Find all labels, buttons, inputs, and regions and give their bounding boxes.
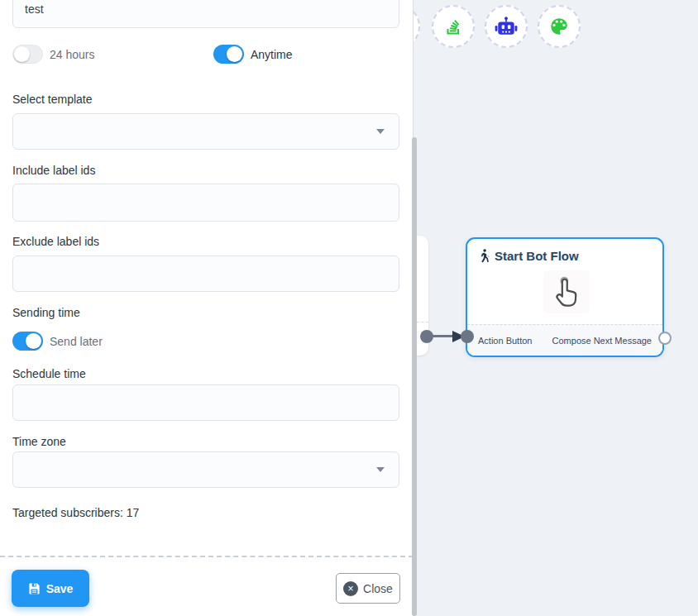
anytime-toggle[interactable]: [213, 45, 244, 64]
campaign-name-input[interactable]: [12, 0, 399, 28]
source-output-port[interactable]: [420, 330, 433, 343]
node-footer: Action Button Compose Next Message: [467, 324, 662, 356]
toolbar-item-bot[interactable]: [485, 5, 528, 48]
circle-x-icon: ×: [343, 581, 358, 596]
template-select[interactable]: [12, 113, 399, 150]
chevron-down-icon: [376, 467, 385, 472]
anytime-label: Anytime: [251, 48, 293, 61]
flow-canvas[interactable]: Start Bot Flow Action Button Compose Nex…: [414, 0, 698, 616]
time-zone-label: Time zone: [12, 435, 66, 448]
walking-person-icon: [479, 249, 490, 263]
exclude-label-ids-input[interactable]: [12, 255, 399, 292]
node-header: Start Bot Flow: [479, 249, 579, 263]
24-hours-label: 24 hours: [50, 48, 94, 61]
time-zone-select[interactable]: [12, 451, 399, 488]
targeted-subscribers-value: 17: [127, 506, 140, 519]
node-output-port[interactable]: [658, 332, 672, 345]
node-footer-action-button-label[interactable]: Action Button: [478, 336, 532, 346]
targeted-subscribers-label: Targeted subscribers:: [12, 506, 123, 519]
toolbar-item-stack[interactable]: [432, 5, 475, 48]
include-label-ids-label: Include label ids: [12, 164, 95, 177]
schedule-time-input[interactable]: [12, 384, 399, 421]
node-title: Start Bot Flow: [495, 249, 579, 263]
send-later-toggle[interactable]: [12, 332, 43, 351]
toggle-knob: [26, 333, 41, 349]
palette-icon: [548, 16, 570, 37]
robot-icon: [495, 17, 518, 36]
save-button[interactable]: Save: [12, 570, 89, 607]
toggle-knob: [227, 46, 242, 62]
start-bot-flow-node[interactable]: Start Bot Flow Action Button Compose Nex…: [466, 237, 664, 357]
bot-flow-builder: 24 hours Anytime Select template Include…: [0, 0, 698, 616]
toolbar-item-theme[interactable]: [538, 5, 581, 48]
node-input-port[interactable]: [461, 330, 474, 343]
sending-time-label: Sending time: [12, 306, 80, 319]
schedule-time-label: Schedule time: [12, 367, 86, 380]
floppy-icon: [28, 582, 41, 595]
save-button-label: Save: [46, 582, 74, 595]
toolbar-item-hidden[interactable]: [414, 5, 420, 48]
close-button-label: Close: [363, 582, 393, 595]
send-later-label: Send later: [50, 335, 103, 348]
hand-cursor-icon: [552, 275, 581, 308]
source-node-footer-divider: [417, 322, 428, 322]
node-footer-compose-label[interactable]: Compose Next Message: [552, 336, 652, 346]
exclude-label-ids-label: Exclude label ids: [12, 235, 99, 248]
campaign-settings-panel: 24 hours Anytime Select template Include…: [0, 0, 414, 616]
select-template-label: Select template: [12, 93, 93, 106]
panel-scrollbar[interactable]: [412, 137, 417, 616]
24-hours-toggle[interactable]: [12, 45, 43, 64]
toggle-knob: [14, 46, 30, 62]
chevron-down-icon: [376, 129, 385, 134]
include-label-ids-input[interactable]: [12, 184, 399, 222]
node-thumbnail: [543, 270, 590, 313]
close-button[interactable]: × Close: [336, 573, 400, 604]
targeted-subscribers-text: Targeted subscribers: 17: [12, 506, 139, 519]
stack-icon: [442, 16, 464, 37]
footer-divider: [0, 556, 414, 557]
